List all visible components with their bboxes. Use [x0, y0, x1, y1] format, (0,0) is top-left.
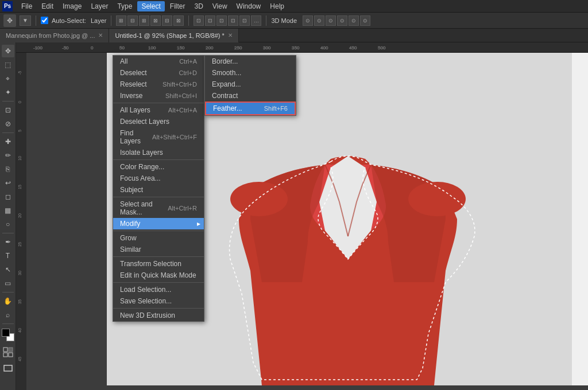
tool-history[interactable]: ↩	[2, 177, 14, 189]
tool-hand[interactable]: ✋	[2, 295, 14, 307]
menu-similar[interactable]: Similar	[113, 244, 204, 255]
menu-deselect[interactable]: Deselect Ctrl+D	[113, 67, 204, 79]
dist1[interactable]: ⊡	[194, 15, 204, 26]
svg-text:45: 45	[18, 357, 22, 361]
3d-btn3[interactable]: ⊙	[326, 15, 336, 26]
menu-feather[interactable]: Feather... Shift+F6	[205, 102, 296, 115]
menu-isolate-layers[interactable]: Isolate Layers	[113, 147, 204, 158]
menu-image[interactable]: Image	[59, 1, 86, 11]
align-center-h[interactable]: ⊟	[127, 15, 138, 26]
align-center-v[interactable]: ⊟	[162, 15, 172, 26]
tab-untitled[interactable]: Untitled-1 @ 92% (Shape 1, RGB/8#) * ✕	[109, 29, 238, 42]
menu-modify[interactable]: Modify	[113, 218, 204, 229]
3d-btn1[interactable]: ⊙	[303, 15, 313, 26]
tool-text[interactable]: T	[2, 249, 14, 262]
tab-mannequin-label: Mannequin from Photo.jpg @ ...	[6, 32, 95, 39]
menu-select-and-mask[interactable]: Select and Mask... Alt+Ctrl+R	[113, 198, 204, 218]
menu-contract[interactable]: Contract	[205, 90, 296, 102]
menu-3d-extrusion[interactable]: New 3D Extrusion	[113, 310, 204, 321]
menu-all[interactable]: All Ctrl+A	[113, 56, 204, 67]
move-tool-option[interactable]: ✥	[3, 14, 16, 27]
tool-healing[interactable]: ✚	[2, 135, 14, 148]
menu-filter[interactable]: Filter	[166, 1, 189, 11]
3d-btn6[interactable]: ⊙	[360, 15, 370, 26]
tool-magic-wand[interactable]: ✦	[2, 86, 14, 99]
align-right[interactable]: ⊞	[139, 15, 149, 26]
tool-eyedropper[interactable]: ⊘	[2, 118, 14, 130]
color-swatches[interactable]	[2, 329, 14, 341]
dist5[interactable]: ⊡	[239, 15, 250, 26]
foreground-color-swatch[interactable]	[2, 329, 10, 337]
menu-save-selection[interactable]: Save Selection...	[113, 295, 204, 307]
tool-zoom[interactable]: ⌕	[2, 309, 14, 321]
menu-grow[interactable]: Grow	[113, 232, 204, 244]
tool-shape[interactable]: ▭	[2, 277, 14, 290]
screen-mode-toggle[interactable]	[2, 362, 14, 375]
3d-btn4[interactable]: ⊙	[337, 15, 347, 26]
tool-move[interactable]: ✥	[2, 45, 14, 57]
separator6	[113, 282, 204, 283]
align-top[interactable]: ⊠	[150, 15, 161, 26]
tool-lasso[interactable]: ⌖	[2, 72, 14, 85]
menu-focus-area[interactable]: Focus Area...	[113, 173, 204, 184]
svg-text:400: 400	[320, 45, 328, 50]
menu-load-selection[interactable]: Load Selection...	[113, 284, 204, 295]
left-toolbar: ✥ ⬚ ⌖ ✦ ⊡ ⊘ ✚ ✏ ⎘ ↩ ◻ ▦ ○ ✒ T ↖ ▭ ✋ ⌕	[0, 42, 16, 390]
menu-select[interactable]: Select	[137, 1, 164, 11]
tool-pen[interactable]: ✒	[2, 236, 14, 248]
menu-expand[interactable]: Expand...	[205, 79, 296, 90]
auto-select-label: Auto-Select:	[52, 17, 86, 24]
tool-separator-5	[2, 323, 14, 324]
tool-separator-1	[2, 101, 14, 102]
svg-text:350: 350	[292, 45, 300, 50]
tool-brush[interactable]: ✏	[2, 149, 14, 162]
extra-options[interactable]: …	[251, 15, 261, 26]
svg-text:500: 500	[378, 45, 386, 50]
tab-untitled-close[interactable]: ✕	[228, 32, 233, 38]
select-menu: All Ctrl+A Deselect Ctrl+D Reselect Shif…	[113, 55, 204, 322]
options-bar: ✥ ▼ Auto-Select: Layer ⊞ ⊟ ⊞ ⊠ ⊟ ⊠ ⊡ ⊡ ⊡…	[0, 13, 588, 29]
options-arrow[interactable]: ▼	[20, 15, 31, 26]
menu-color-range[interactable]: Color Range...	[113, 161, 204, 173]
tab-mannequin[interactable]: Mannequin from Photo.jpg @ ... ✕	[0, 29, 109, 42]
menu-file[interactable]: File	[17, 1, 36, 11]
menu-type[interactable]: Type	[113, 1, 136, 11]
menu-view[interactable]: View	[208, 1, 231, 11]
tool-separator-2	[2, 132, 14, 133]
tool-dodge[interactable]: ○	[2, 218, 14, 231]
menu-help[interactable]: Help	[266, 1, 288, 11]
quick-mask-toggle[interactable]	[2, 346, 14, 358]
menu-all-layers[interactable]: All Layers Alt+Ctrl+A	[113, 104, 204, 116]
tool-path-select[interactable]: ↖	[2, 263, 14, 276]
menu-reselect[interactable]: Reselect Shift+Ctrl+D	[113, 79, 204, 90]
menu-edit[interactable]: Edit	[37, 1, 57, 11]
dist4[interactable]: ⊡	[228, 15, 238, 26]
menu-transform-selection[interactable]: Transform Selection	[113, 258, 204, 270]
align-left[interactable]: ⊞	[116, 15, 126, 26]
menu-quick-mask[interactable]: Edit in Quick Mask Mode	[113, 270, 204, 281]
dist2[interactable]: ⊡	[205, 15, 215, 26]
tool-marquee[interactable]: ⬚	[2, 58, 14, 71]
tool-stamp[interactable]: ⎘	[2, 163, 14, 176]
dist3[interactable]: ⊡	[216, 15, 227, 26]
menu-find-layers[interactable]: Find Layers Alt+Shift+Ctrl+F	[113, 127, 204, 147]
tool-crop[interactable]: ⊡	[2, 104, 14, 116]
tool-gradient[interactable]: ▦	[2, 204, 14, 217]
menu-subject[interactable]: Subject	[113, 184, 204, 196]
3d-btn2[interactable]: ⊙	[314, 15, 324, 26]
tool-separator-4	[2, 292, 14, 292]
menu-layer[interactable]: Layer	[87, 1, 112, 11]
tool-eraser[interactable]: ◻	[2, 190, 14, 203]
align-bottom[interactable]: ⊠	[173, 15, 184, 26]
menu-smooth[interactable]: Smooth...	[205, 67, 296, 79]
3d-btn5[interactable]: ⊙	[349, 15, 359, 26]
separator	[113, 103, 204, 103]
menu-window[interactable]: Window	[233, 1, 265, 11]
menu-deselect-layers[interactable]: Deselect Layers	[113, 116, 204, 127]
menu-border[interactable]: Border...	[205, 56, 296, 67]
tab-mannequin-close[interactable]: ✕	[98, 32, 103, 38]
auto-select-checkbox[interactable]	[41, 17, 48, 24]
menu-inverse[interactable]: Inverse Shift+Ctrl+I	[113, 90, 204, 102]
svg-text:0: 0	[18, 101, 22, 103]
menu-3d[interactable]: 3D	[190, 1, 207, 11]
